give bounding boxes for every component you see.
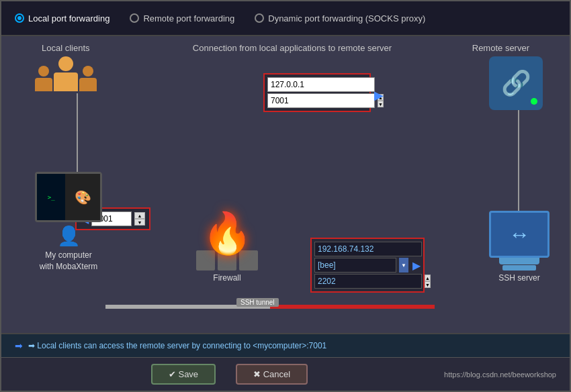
- ssh-tunnel-label: SSH tunnel: [236, 298, 279, 307]
- bottom-bar: ✔ Save ✖ Cancel https://blog.csdn.net/be…: [1, 357, 570, 391]
- tab-dynamic-label: Dynamic port forwarding (SOCKS proxy): [268, 13, 425, 23]
- status-bar: ➡ ➡ Local clients can access the remote …: [1, 333, 570, 357]
- bottom-connection-box: [bee] ▼ ▶ ▲ ▼: [310, 238, 425, 293]
- tab-local-port-forwarding[interactable]: Local port forwarding: [15, 13, 109, 23]
- bottom-user-value: [bee]: [318, 260, 336, 270]
- bottom-port-input[interactable]: [314, 274, 422, 289]
- ip-input[interactable]: [267, 77, 375, 92]
- spinner-up-left[interactable]: ▲: [134, 212, 145, 219]
- cancel-button[interactable]: ✖ Cancel: [236, 364, 308, 385]
- status-text: ➡ Local clients can access the remote se…: [28, 341, 326, 350]
- person-right: [79, 66, 97, 91]
- person-center: [54, 56, 78, 91]
- tab-dynamic-port-forwarding[interactable]: Dynamic port forwarding (SOCKS proxy): [255, 13, 425, 23]
- person-left: [35, 66, 52, 91]
- tab-remote-label: Remote port forwarding: [143, 13, 234, 23]
- ssh-server: ↔ SSH server: [489, 211, 550, 283]
- content-area: Local clients Connection from local appl…: [1, 36, 570, 333]
- top-connection-box: ▲ ▼: [263, 73, 371, 112]
- terminal-icon: >_: [37, 174, 65, 220]
- local-clients-label: Local clients: [42, 43, 90, 53]
- bottom-ip-input[interactable]: [314, 242, 422, 256]
- radio-remote[interactable]: [130, 13, 139, 23]
- bottom-arrow-right: ▶: [412, 259, 421, 272]
- ip-row: [267, 77, 367, 92]
- monitor-icon: ↔: [489, 211, 550, 258]
- bottom-port-row: ▲ ▼: [314, 274, 421, 289]
- arrows-lr-icon: ↔: [509, 222, 530, 247]
- url-text: https://blog.csdn.net/beeworkshop: [444, 371, 556, 379]
- tab-local-label: Local port forwarding: [28, 13, 109, 23]
- firewall-section: 🔥 Firewall: [196, 213, 258, 283]
- chain-link-icon: 🔗: [501, 69, 531, 97]
- radio-dynamic[interactable]: [255, 13, 264, 23]
- main-window: Local port forwarding Remote port forwar…: [0, 0, 571, 392]
- spinner-down-bottom[interactable]: ▼: [425, 281, 431, 288]
- tab-remote-port-forwarding[interactable]: Remote port forwarding: [130, 13, 234, 23]
- spinner-down-left[interactable]: ▼: [134, 219, 145, 226]
- save-button[interactable]: ✔ Save: [151, 364, 216, 385]
- port-input-top[interactable]: [267, 93, 375, 108]
- ssh-server-label: SSH server: [498, 273, 539, 283]
- remote-server-icon: 🔗: [489, 56, 543, 110]
- dropdown-arrow-icon[interactable]: ▼: [399, 258, 408, 273]
- top-arrow-right: ▶: [374, 88, 384, 103]
- my-computer: >_ 🎨 👤 My computer with MobaXterm: [35, 172, 102, 273]
- firewall-label: Firewall: [213, 273, 240, 283]
- button-group: ✔ Save ✖ Cancel: [151, 364, 308, 385]
- mobaXterm-logo: 🎨: [65, 174, 100, 220]
- monitor-stand: [502, 265, 536, 271]
- connection-description: Connection from local applications to re…: [149, 43, 435, 53]
- my-computer-label: My computer with MobaXterm: [40, 250, 98, 273]
- bottom-user-dropdown[interactable]: [bee]: [314, 258, 396, 273]
- radio-local[interactable]: [15, 13, 24, 23]
- status-icon: ➡: [15, 340, 23, 351]
- spinner-up-bottom[interactable]: ▲: [425, 275, 431, 281]
- remote-server-label: Remote server: [472, 43, 529, 53]
- port-spinner-left[interactable]: ▲ ▼: [134, 212, 145, 226]
- tab-bar: Local port forwarding Remote port forwar…: [1, 1, 570, 36]
- computer-screen: >_ 🎨: [35, 172, 102, 222]
- fire-icon: 🔥: [202, 213, 253, 254]
- local-clients-group: [35, 56, 97, 93]
- port-spinner-bottom[interactable]: ▲ ▼: [425, 275, 431, 288]
- bottom-user-row: [bee] ▼ ▶: [314, 258, 421, 273]
- connection-status-dot: [531, 98, 537, 105]
- computer-person-icon: 👤: [57, 225, 81, 247]
- monitor-base: [499, 258, 539, 264]
- port-row-top: ▲ ▼: [267, 93, 367, 108]
- bottom-ip-row: [314, 242, 421, 256]
